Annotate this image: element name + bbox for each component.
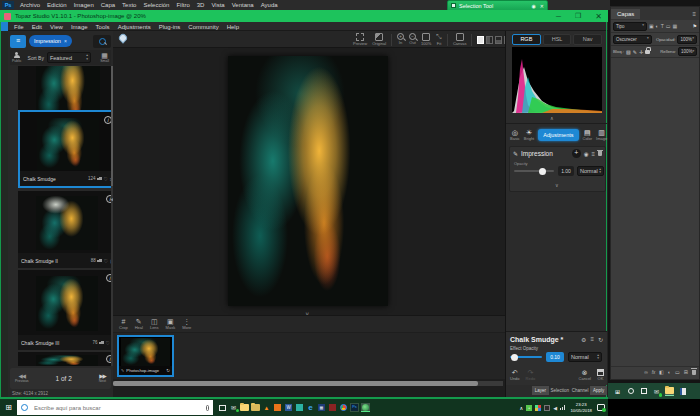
menu-ayuda[interactable]: Ayuda xyxy=(261,2,278,8)
link-layers-icon[interactable]: ∞ xyxy=(644,369,648,375)
panel-options-icon[interactable]: ≡ xyxy=(692,11,696,17)
file-explorer-icon[interactable] xyxy=(665,387,674,396)
lens-button[interactable]: ◫ Lens xyxy=(150,318,159,330)
documents-folder-icon[interactable] xyxy=(251,403,260,412)
volume-icon[interactable]: ◀ xyxy=(553,405,557,411)
menu-filtro[interactable]: Filtro xyxy=(176,2,189,8)
tmenu-view[interactable]: View xyxy=(50,24,63,30)
filter-adjustment-icon[interactable]: ◐ xyxy=(656,23,659,29)
trash-icon[interactable] xyxy=(598,151,602,156)
blend-mode-select[interactable]: Oscurecer ▾ xyxy=(613,35,652,44)
layers-tab[interactable]: Capas xyxy=(611,9,640,19)
pin-icon[interactable]: ◉ xyxy=(531,3,535,9)
opacity-slider-thumb[interactable] xyxy=(539,168,546,175)
canvas-button[interactable]: Canvas xyxy=(453,33,467,46)
preset-card-partial[interactable]: i xyxy=(18,352,118,366)
menu-archivo[interactable]: Archivo xyxy=(20,2,40,8)
selection-button[interactable]: Selection xyxy=(550,386,570,395)
network-icon[interactable] xyxy=(560,405,566,410)
layer-styles-icon[interactable]: fx xyxy=(652,370,656,375)
tmenu-edit[interactable]: Edit xyxy=(32,24,42,30)
menu-ventana[interactable]: Ventana xyxy=(232,2,254,8)
channel-button[interactable]: Channel xyxy=(571,386,589,395)
store-app-icon[interactable]: ▦ xyxy=(317,403,326,412)
fill-select[interactable]: 100% ▾ xyxy=(678,47,697,56)
filter-type-text-icon[interactable]: T xyxy=(661,23,664,29)
filter-pin-icon[interactable]: ⚑ xyxy=(693,23,697,29)
hidden-icons-arrow[interactable]: ∧ xyxy=(519,405,523,411)
preview-button[interactable]: Preview xyxy=(353,33,367,46)
sort-dropdown[interactable]: Featured ▴▾ xyxy=(47,52,91,63)
effect-blend-dropdown[interactable]: Normal ▴▾ xyxy=(568,352,602,362)
thumbs-up-icon[interactable] xyxy=(101,341,104,344)
mask-button[interactable]: ▣ Mask xyxy=(166,318,176,330)
delete-layer-icon[interactable] xyxy=(692,370,696,375)
menu-vista[interactable]: Vista xyxy=(211,2,224,8)
opacity-value[interactable]: 1.00 xyxy=(558,166,574,176)
prev-page-button[interactable]: ◀◀ Previous xyxy=(15,373,29,384)
start-button[interactable]: ⊞ xyxy=(4,403,13,412)
thumbs-up-icon[interactable] xyxy=(99,259,102,262)
filter-shape-icon[interactable]: ▭ xyxy=(666,23,671,29)
topaz-maximize-button[interactable]: ❐ xyxy=(575,12,581,20)
zoom-out-button[interactable]: − Out xyxy=(409,33,416,45)
filter-pixel-icon[interactable]: ▣ xyxy=(649,23,654,29)
cancel-button[interactable]: ⊗ Cancel xyxy=(579,369,591,381)
tmenu-plugins[interactable]: Plug-ins xyxy=(159,24,181,30)
effect-opacity-thumb[interactable] xyxy=(511,354,518,361)
tmenu-file[interactable]: File xyxy=(14,24,24,30)
visibility-eye-icon[interactable]: ◉ xyxy=(584,151,589,157)
microphone-icon[interactable] xyxy=(206,405,209,411)
thumbs-up-icon[interactable] xyxy=(99,177,102,180)
vlc-icon[interactable]: ▲ xyxy=(262,403,271,412)
tray-green-icon[interactable]: + xyxy=(526,405,532,411)
collapse-adjustment-icon[interactable]: ∨ xyxy=(555,182,559,188)
search-button[interactable] xyxy=(93,35,111,48)
tmenu-help[interactable]: Help xyxy=(227,24,239,30)
tab-nav[interactable]: Nav xyxy=(573,34,602,45)
topaz-close-button[interactable]: ✕ xyxy=(595,12,602,21)
tmenu-adjustments[interactable]: Adjustments xyxy=(118,24,151,30)
new-group-icon[interactable]: ▭ xyxy=(675,369,680,375)
refresh-icon[interactable]: ↻ xyxy=(166,368,170,373)
filmstrip-scrollbar[interactable] xyxy=(113,381,503,386)
droplet-icon[interactable] xyxy=(117,32,128,43)
zoom-in-button[interactable]: + In xyxy=(397,33,404,45)
task-view-icon[interactable] xyxy=(639,387,648,396)
lock-pixels-icon[interactable]: ✎ xyxy=(633,49,637,55)
heal-button[interactable]: ✎ Heal xyxy=(135,318,143,330)
color-button[interactable]: ▤ Color xyxy=(583,129,593,141)
task-view-button[interactable] xyxy=(218,403,227,412)
menu-seleccion[interactable]: Selección xyxy=(143,2,169,8)
adjustments-button[interactable]: Adjustments xyxy=(538,129,578,141)
menu-3d[interactable]: 3D xyxy=(197,2,205,8)
tray-dark-icon[interactable] xyxy=(544,405,550,411)
search-clear-icon[interactable]: × xyxy=(64,38,67,44)
cortana-icon[interactable] xyxy=(626,387,635,396)
photoshop-app-icon[interactable]: Ps xyxy=(350,403,359,412)
topaz-studio-app-icon[interactable] xyxy=(361,403,370,412)
add-icon[interactable]: + xyxy=(572,149,581,158)
effect-menu-icon[interactable]: ≡ xyxy=(590,336,594,342)
preset-card[interactable]: i Chalk Smudge II 88 ♡ ▦ xyxy=(18,191,118,268)
file-explorer-app-icon[interactable] xyxy=(240,403,249,412)
tray-color-icon[interactable] xyxy=(535,405,541,411)
image-button[interactable]: ▥ Image xyxy=(596,129,607,141)
teal-app-icon[interactable] xyxy=(295,403,304,412)
next-page-button[interactable]: ▶▶ Next xyxy=(99,373,106,384)
brush-icon[interactable]: ✎ xyxy=(513,150,518,157)
menu-capa[interactable]: Capa xyxy=(101,2,115,8)
layer-opacity-select[interactable]: 100% ▾ xyxy=(677,35,697,44)
red-app-icon[interactable] xyxy=(328,403,337,412)
effect-opacity-slider[interactable] xyxy=(510,356,542,358)
menu-imagen[interactable]: Imagen xyxy=(74,2,94,8)
taskbar-search[interactable] xyxy=(17,400,213,415)
photos-app-icon[interactable] xyxy=(273,403,282,412)
split-h-view-button[interactable] xyxy=(495,36,502,44)
layer-button[interactable]: Layer xyxy=(532,386,549,395)
basic-button[interactable]: ◎ Basic xyxy=(510,129,520,141)
edge-icon[interactable]: e xyxy=(306,403,315,412)
menu-texto[interactable]: Texto xyxy=(122,2,136,8)
word-icon[interactable]: W xyxy=(284,403,293,412)
reset-icon[interactable]: ↻ xyxy=(598,336,603,343)
